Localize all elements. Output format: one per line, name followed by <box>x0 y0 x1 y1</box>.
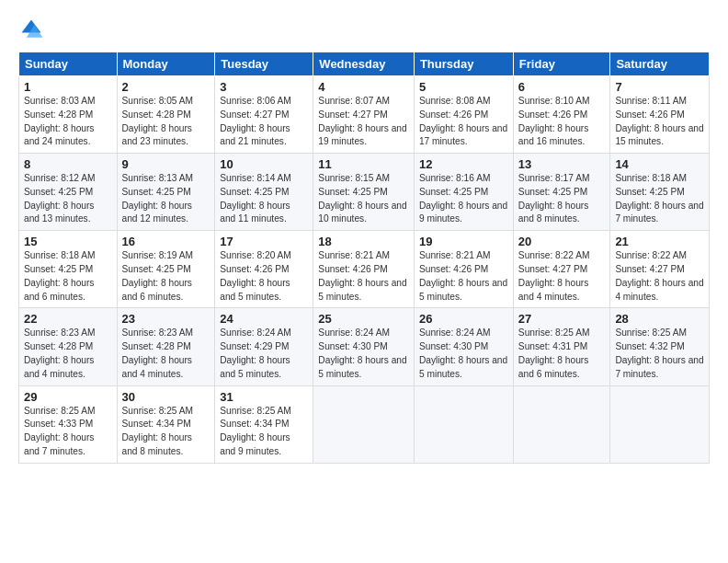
calendar-cell: 12Sunrise: 8:16 AM Sunset: 4:25 PM Dayli… <box>414 154 513 231</box>
day-info: Sunrise: 8:24 AM Sunset: 4:30 PM Dayligh… <box>419 327 508 381</box>
day-info: Sunrise: 8:06 AM Sunset: 4:27 PM Dayligh… <box>220 95 308 149</box>
calendar-cell: 24Sunrise: 8:24 AM Sunset: 4:29 PM Dayli… <box>215 308 313 385</box>
column-header-tuesday: Tuesday <box>215 52 313 76</box>
calendar-cell: 5Sunrise: 8:08 AM Sunset: 4:26 PM Daylig… <box>414 76 513 154</box>
calendar-cell: 31Sunrise: 8:25 AM Sunset: 4:34 PM Dayli… <box>215 385 313 463</box>
day-number: 6 <box>518 80 606 94</box>
week-row: 29Sunrise: 8:25 AM Sunset: 4:33 PM Dayli… <box>19 385 710 463</box>
day-number: 20 <box>518 235 606 248</box>
day-info: Sunrise: 8:18 AM Sunset: 4:25 PM Dayligh… <box>615 172 704 226</box>
day-info: Sunrise: 8:21 AM Sunset: 4:26 PM Dayligh… <box>318 249 409 304</box>
day-number: 23 <box>122 312 210 326</box>
calendar-cell <box>313 385 415 463</box>
day-number: 7 <box>615 80 704 94</box>
day-info: Sunrise: 8:08 AM Sunset: 4:26 PM Dayligh… <box>419 95 508 149</box>
day-info: Sunrise: 8:24 AM Sunset: 4:30 PM Dayligh… <box>318 327 409 381</box>
calendar-cell: 26Sunrise: 8:24 AM Sunset: 4:30 PM Dayli… <box>414 308 513 385</box>
week-row: 1Sunrise: 8:03 AM Sunset: 4:28 PM Daylig… <box>19 76 710 154</box>
column-header-monday: Monday <box>117 52 215 76</box>
column-header-saturday: Saturday <box>610 52 710 76</box>
day-info: Sunrise: 8:19 AM Sunset: 4:25 PM Dayligh… <box>122 249 210 304</box>
calendar-cell: 10Sunrise: 8:14 AM Sunset: 4:25 PM Dayli… <box>215 154 313 231</box>
header <box>18 17 710 42</box>
column-header-sunday: Sunday <box>19 52 118 76</box>
calendar-cell: 30Sunrise: 8:25 AM Sunset: 4:34 PM Dayli… <box>117 385 215 463</box>
day-number: 27 <box>518 312 606 326</box>
day-info: Sunrise: 8:07 AM Sunset: 4:27 PM Dayligh… <box>318 95 409 149</box>
day-info: Sunrise: 8:12 AM Sunset: 4:25 PM Dayligh… <box>24 172 112 226</box>
day-number: 17 <box>220 235 308 248</box>
day-info: Sunrise: 8:21 AM Sunset: 4:26 PM Dayligh… <box>419 249 508 304</box>
day-info: Sunrise: 8:25 AM Sunset: 4:33 PM Dayligh… <box>24 405 112 459</box>
day-info: Sunrise: 8:15 AM Sunset: 4:25 PM Dayligh… <box>318 172 409 226</box>
calendar-cell: 4Sunrise: 8:07 AM Sunset: 4:27 PM Daylig… <box>313 76 415 154</box>
day-number: 19 <box>419 235 508 248</box>
day-number: 30 <box>122 390 210 404</box>
calendar-cell: 13Sunrise: 8:17 AM Sunset: 4:25 PM Dayli… <box>513 154 610 231</box>
calendar-cell: 7Sunrise: 8:11 AM Sunset: 4:26 PM Daylig… <box>610 76 710 154</box>
calendar-cell: 23Sunrise: 8:23 AM Sunset: 4:28 PM Dayli… <box>117 308 215 385</box>
day-number: 3 <box>220 80 308 94</box>
day-number: 28 <box>615 312 704 326</box>
day-number: 2 <box>122 80 210 94</box>
day-number: 21 <box>615 235 704 248</box>
week-row: 15Sunrise: 8:18 AM Sunset: 4:25 PM Dayli… <box>19 231 710 308</box>
day-number: 5 <box>419 80 508 94</box>
day-info: Sunrise: 8:10 AM Sunset: 4:26 PM Dayligh… <box>518 95 606 149</box>
calendar-cell: 25Sunrise: 8:24 AM Sunset: 4:30 PM Dayli… <box>313 308 415 385</box>
page: SundayMondayTuesdayWednesdayThursdayFrid… <box>0 0 728 563</box>
calendar-cell: 20Sunrise: 8:22 AM Sunset: 4:27 PM Dayli… <box>513 231 610 308</box>
calendar-cell: 21Sunrise: 8:22 AM Sunset: 4:27 PM Dayli… <box>610 231 710 308</box>
day-number: 4 <box>318 80 409 94</box>
day-info: Sunrise: 8:18 AM Sunset: 4:25 PM Dayligh… <box>24 249 112 304</box>
calendar-cell: 1Sunrise: 8:03 AM Sunset: 4:28 PM Daylig… <box>19 76 118 154</box>
calendar-cell <box>513 385 610 463</box>
day-info: Sunrise: 8:16 AM Sunset: 4:25 PM Dayligh… <box>419 172 508 226</box>
day-info: Sunrise: 8:20 AM Sunset: 4:26 PM Dayligh… <box>220 249 308 304</box>
day-info: Sunrise: 8:23 AM Sunset: 4:28 PM Dayligh… <box>122 327 210 381</box>
calendar-cell: 17Sunrise: 8:20 AM Sunset: 4:26 PM Dayli… <box>215 231 313 308</box>
day-number: 1 <box>24 80 112 94</box>
day-info: Sunrise: 8:03 AM Sunset: 4:28 PM Dayligh… <box>24 95 112 149</box>
day-info: Sunrise: 8:25 AM Sunset: 4:32 PM Dayligh… <box>615 327 704 381</box>
day-number: 12 <box>419 157 508 171</box>
day-number: 11 <box>318 157 409 171</box>
logo <box>18 17 48 42</box>
calendar-cell: 8Sunrise: 8:12 AM Sunset: 4:25 PM Daylig… <box>19 154 118 231</box>
calendar-cell: 14Sunrise: 8:18 AM Sunset: 4:25 PM Dayli… <box>610 154 710 231</box>
column-header-thursday: Thursday <box>414 52 513 76</box>
calendar-cell: 6Sunrise: 8:10 AM Sunset: 4:26 PM Daylig… <box>513 76 610 154</box>
column-header-wednesday: Wednesday <box>313 52 415 76</box>
day-number: 13 <box>518 157 606 171</box>
column-header-friday: Friday <box>513 52 610 76</box>
day-info: Sunrise: 8:11 AM Sunset: 4:26 PM Dayligh… <box>615 95 704 149</box>
day-number: 26 <box>419 312 508 326</box>
day-number: 24 <box>220 312 308 326</box>
day-info: Sunrise: 8:17 AM Sunset: 4:25 PM Dayligh… <box>518 172 606 226</box>
day-info: Sunrise: 8:23 AM Sunset: 4:28 PM Dayligh… <box>24 327 112 381</box>
day-info: Sunrise: 8:22 AM Sunset: 4:27 PM Dayligh… <box>615 249 704 304</box>
calendar-cell: 22Sunrise: 8:23 AM Sunset: 4:28 PM Dayli… <box>19 308 118 385</box>
calendar-cell: 28Sunrise: 8:25 AM Sunset: 4:32 PM Dayli… <box>610 308 710 385</box>
calendar-cell: 27Sunrise: 8:25 AM Sunset: 4:31 PM Dayli… <box>513 308 610 385</box>
day-number: 31 <box>220 390 308 404</box>
day-number: 9 <box>122 157 210 171</box>
calendar-cell: 3Sunrise: 8:06 AM Sunset: 4:27 PM Daylig… <box>215 76 313 154</box>
calendar-cell <box>610 385 710 463</box>
day-info: Sunrise: 8:24 AM Sunset: 4:29 PM Dayligh… <box>220 327 308 381</box>
calendar-header-row: SundayMondayTuesdayWednesdayThursdayFrid… <box>19 52 710 76</box>
day-number: 14 <box>615 157 704 171</box>
day-number: 25 <box>318 312 409 326</box>
day-number: 22 <box>24 312 112 326</box>
day-number: 8 <box>24 157 112 171</box>
day-info: Sunrise: 8:22 AM Sunset: 4:27 PM Dayligh… <box>518 249 606 304</box>
calendar-cell: 19Sunrise: 8:21 AM Sunset: 4:26 PM Dayli… <box>414 231 513 308</box>
calendar-cell <box>414 385 513 463</box>
day-number: 29 <box>24 390 112 404</box>
day-info: Sunrise: 8:14 AM Sunset: 4:25 PM Dayligh… <box>220 172 308 226</box>
calendar-cell: 9Sunrise: 8:13 AM Sunset: 4:25 PM Daylig… <box>117 154 215 231</box>
day-number: 10 <box>220 157 308 171</box>
day-number: 15 <box>24 235 112 248</box>
day-info: Sunrise: 8:25 AM Sunset: 4:34 PM Dayligh… <box>122 405 210 459</box>
calendar-cell: 18Sunrise: 8:21 AM Sunset: 4:26 PM Dayli… <box>313 231 415 308</box>
